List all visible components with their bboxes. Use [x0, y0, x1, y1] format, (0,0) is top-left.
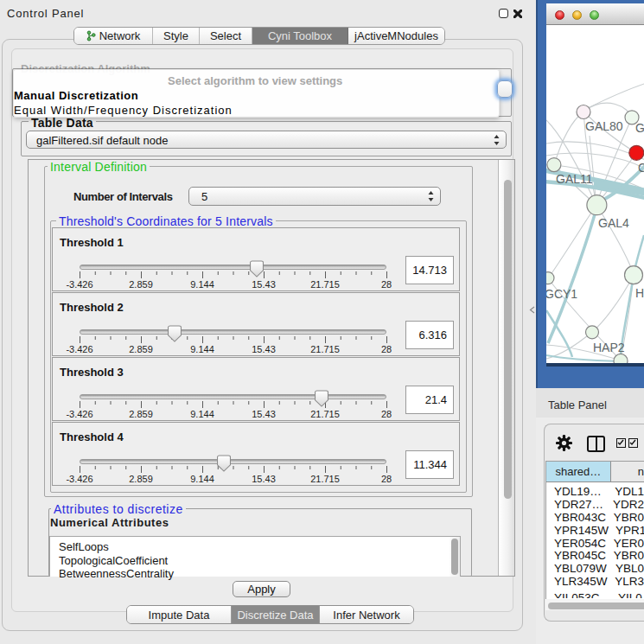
svg-text:GAL4: GAL4 — [598, 216, 629, 230]
svg-text:GA: GA — [635, 121, 644, 135]
svg-text:HAP2: HAP2 — [593, 341, 625, 354]
svg-text:GAL80: GAL80 — [585, 119, 623, 133]
svg-text:C: C — [638, 161, 644, 175]
svg-text:H: H — [635, 286, 644, 300]
svg-text:GCY1: GCY1 — [546, 287, 577, 301]
svg-text:GAL11: GAL11 — [556, 172, 593, 186]
